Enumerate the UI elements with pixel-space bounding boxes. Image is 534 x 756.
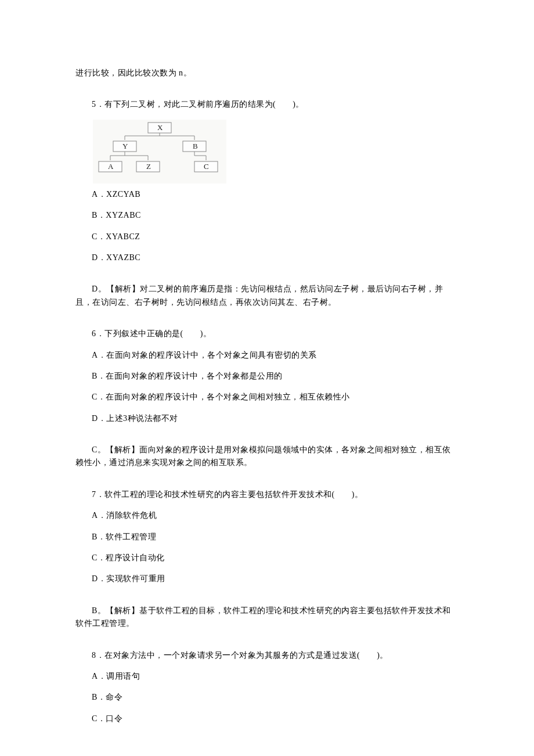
- q7-answer: B。【解析】基于软件工程的目标，软件工程的理论和技术性研究的内容主要包括软件开发…: [75, 604, 459, 631]
- q6-option-d: D．上述3种说法都不对: [75, 412, 459, 425]
- q7-option-a: A．消除软件危机: [75, 509, 459, 522]
- spacer: [75, 88, 459, 98]
- q8-stem: 8．在对象方法中，一个对象请求另一个对象为其服务的方式是通过发送( )。: [75, 649, 459, 662]
- q6-option-a: A．在面向对象的程序设计中，各个对象之间具有密切的关系: [75, 349, 459, 362]
- q8-option-b: B．命令: [75, 691, 459, 704]
- tree-node-lr: Z: [146, 162, 151, 171]
- document-page: 进行比较，因此比较次数为 n。 5．有下列二叉树，对此二叉树前序遍历的结果为( …: [0, 0, 534, 756]
- tree-node-left: Y: [122, 142, 128, 150]
- tree-node-right: B: [193, 142, 198, 150]
- q5-option-c: C．XYABCZ: [75, 231, 459, 243]
- q8-option-a: A．调用语句: [75, 670, 459, 683]
- q6-option-b: B．在面向对象的程序设计中，各个对象都是公用的: [75, 370, 459, 383]
- q8-option-c: C．口令: [75, 712, 459, 725]
- q7-option-c: C．程序设计自动化: [75, 552, 459, 564]
- spacer: [75, 433, 459, 444]
- q5-answer: D。【解析】对二叉树的前序遍历是指：先访问根结点，然后访问左子树，最后访问右子树…: [75, 283, 459, 309]
- q7-option-b: B．软件工程管理: [75, 531, 459, 543]
- q5-option-b: B．XYZABC: [75, 209, 459, 222]
- spacer: [75, 478, 459, 488]
- tree-node-root: X: [157, 123, 163, 132]
- spacer: [75, 272, 459, 283]
- spacer: [75, 594, 459, 604]
- q5-option-a: A．XZCYAB: [75, 188, 459, 201]
- tree-node-ll: A: [108, 162, 114, 171]
- spacer: [75, 639, 459, 649]
- q7-stem: 7．软件工程的理论和技术性研究的内容主要包括软件开发技术和( )。: [75, 488, 459, 501]
- q6-option-c: C．在面向对象的程序设计中，各个对象之间相对独立，相互依赖性小: [75, 391, 459, 404]
- fragment-line: 进行比较，因此比较次数为 n。: [75, 67, 459, 80]
- q7-option-d: D．实现软件可重用: [75, 573, 459, 585]
- q5-option-d: D．XYAZBC: [75, 251, 459, 264]
- binary-tree-diagram: X Y B A Z C: [93, 120, 226, 183]
- q5-stem: 5．有下列二叉树，对此二叉树前序遍历的结果为( )。: [75, 98, 459, 111]
- tree-node-rr: C: [204, 162, 209, 171]
- spacer: [75, 317, 459, 327]
- q6-answer: C。【解析】面向对象的程序设计是用对象模拟问题领域中的实体，各对象之间相对独立，…: [75, 444, 459, 470]
- q6-stem: 6．下列叙述中正确的是( )。: [75, 327, 459, 340]
